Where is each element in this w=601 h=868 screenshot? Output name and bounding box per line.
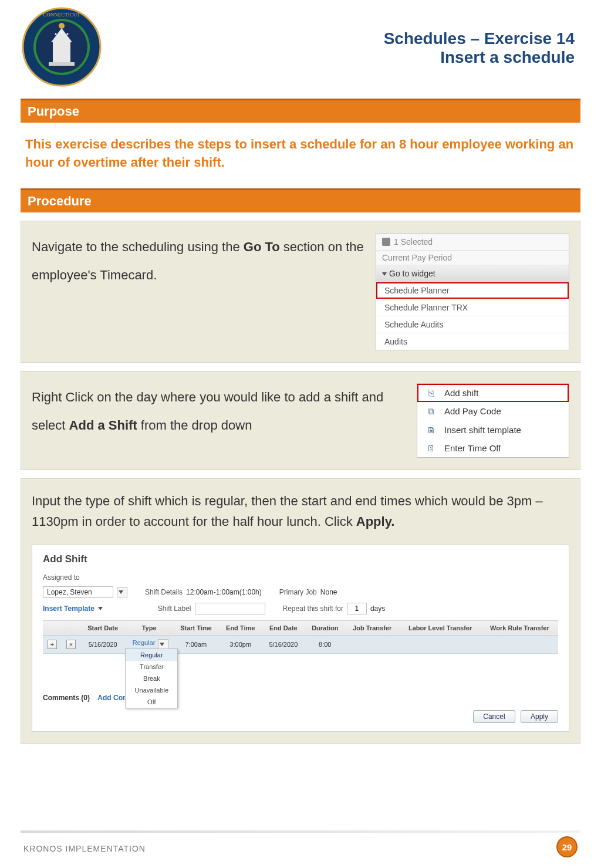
- goto-dropdown-label: Go to widget: [389, 269, 435, 278]
- cell-duration: 8:00: [305, 635, 345, 653]
- shift-details-label: Shift Details: [145, 588, 183, 596]
- col-end-date: End Date: [262, 620, 305, 635]
- cell-start-time[interactable]: 7:00am: [173, 635, 219, 653]
- menu-enter-time-off-label: Enter Time Off: [444, 443, 501, 453]
- type-option-transfer[interactable]: Transfer: [126, 661, 177, 673]
- cell-end-date[interactable]: 5/16/2020: [262, 635, 305, 653]
- cell-start-date[interactable]: 5/16/2020: [80, 635, 125, 653]
- remove-row-button[interactable]: ×: [66, 640, 76, 649]
- goto-dropdown[interactable]: Go to widget: [376, 265, 569, 282]
- step3-panel: Input the type of shift which is regular…: [21, 478, 580, 744]
- add-shift-icon: ⎘: [426, 388, 436, 398]
- assigned-to-select[interactable]: Lopez, Steven: [43, 586, 127, 598]
- cell-labor-level-transfer[interactable]: [399, 635, 481, 653]
- department-logo: CONNECTICUT: [21, 6, 120, 90]
- menu-add-pay-code[interactable]: ⧉ Add Pay Code: [417, 402, 569, 421]
- footer-divider: [21, 830, 580, 833]
- primary-job-value: None: [320, 588, 337, 596]
- table-row: + × 5/16/2020 Regular Regular Transfer B…: [43, 635, 558, 653]
- step1-text: Navigate to the scheduling using the Go …: [32, 233, 364, 290]
- comments-label: Comments (0): [43, 694, 90, 702]
- menu-add-shift-label: Add shift: [444, 388, 478, 398]
- insert-template-link[interactable]: Insert Template: [43, 604, 105, 613]
- insert-template-icon: 🗎: [426, 425, 436, 435]
- svg-rect-4: [53, 42, 70, 62]
- svg-point-9: [55, 33, 56, 35]
- col-start-date: Start Date: [80, 620, 125, 635]
- step3-text-pre: Input the type of shift which is regular…: [32, 494, 543, 529]
- apply-button[interactable]: Apply: [521, 710, 558, 723]
- add-row-button[interactable]: +: [48, 640, 57, 649]
- menu-add-shift[interactable]: ⎘ Add shift: [417, 384, 569, 402]
- cell-job-transfer[interactable]: [345, 635, 399, 653]
- chevron-down-icon: [382, 272, 387, 276]
- goto-item-audits[interactable]: Audits: [376, 333, 569, 350]
- purpose-text: This exercise describes the steps to ins…: [21, 131, 580, 188]
- procedure-section-bar: Procedure: [21, 188, 580, 212]
- step2-text-bold: Add a Shift: [69, 418, 137, 433]
- type-option-break[interactable]: Break: [126, 673, 177, 684]
- add-shift-dialog-title: Add Shift: [43, 553, 558, 565]
- cell-end-time[interactable]: 3:00pm: [219, 635, 262, 653]
- step1-panel: Navigate to the scheduling using the Go …: [21, 221, 580, 363]
- type-dropdown-options: Regular Transfer Break Unavailable Off: [125, 649, 178, 708]
- cancel-button[interactable]: Cancel: [473, 710, 515, 723]
- person-icon: [382, 238, 390, 246]
- svg-point-10: [60, 32, 62, 33]
- col-type: Type: [125, 620, 173, 635]
- repeat-days-suffix: days: [370, 604, 385, 613]
- step2-text-post: from the drop down: [137, 418, 252, 433]
- chevron-down-icon: [98, 607, 103, 610]
- purpose-section-bar: Purpose: [21, 99, 580, 123]
- context-menu: ⎘ Add shift ⧉ Add Pay Code 🗎 Insert shif…: [417, 383, 569, 458]
- menu-insert-shift-template[interactable]: 🗎 Insert shift template: [417, 421, 569, 439]
- page-number: 29: [556, 836, 578, 857]
- time-off-icon: 🗓: [426, 443, 436, 453]
- col-duration: Duration: [305, 620, 345, 635]
- shift-details-value: 12:00am-1:00am(1:00h): [186, 588, 262, 596]
- col-remove: [62, 620, 80, 635]
- col-end-time: End Time: [219, 620, 262, 635]
- goto-widget: 1 Selected Current Pay Period Go to widg…: [376, 233, 569, 350]
- page-title-line2: Insert a schedule: [120, 48, 575, 67]
- shift-table: Start Date Type Start Time End Time End …: [43, 620, 558, 654]
- step3-text-bold: Apply.: [356, 514, 395, 529]
- repeat-days-input[interactable]: [347, 603, 367, 614]
- add-shift-dialog: Add Shift Assigned to Lopez, Steven Shif…: [32, 545, 569, 732]
- step2-text: Right Click on the day where you would l…: [32, 383, 405, 440]
- shift-label-input[interactable]: [195, 603, 265, 614]
- assigned-to-label: Assigned to: [43, 573, 80, 582]
- shift-label-label: Shift Label: [158, 604, 191, 613]
- svg-point-6: [59, 23, 65, 29]
- goto-item-schedule-planner-trx[interactable]: Schedule Planner TRX: [376, 299, 569, 316]
- menu-add-pay-code-label: Add Pay Code: [444, 406, 501, 416]
- primary-job-label: Primary Job: [279, 588, 317, 596]
- step2-panel: Right Click on the day where you would l…: [21, 371, 580, 470]
- add-paycode-icon: ⧉: [426, 406, 436, 417]
- repeat-shift-label: Repeat this shift for: [283, 604, 343, 613]
- menu-enter-time-off[interactable]: 🗓 Enter Time Off: [417, 439, 569, 457]
- footer-text: KRONOS IMPLEMENTATION: [23, 844, 146, 853]
- col-add: [43, 620, 62, 635]
- current-pay-period: Current Pay Period: [376, 251, 569, 265]
- col-job-transfer: Job Transfer: [345, 620, 399, 635]
- type-option-unavailable[interactable]: Unavailable: [126, 684, 177, 696]
- cell-work-rule-transfer[interactable]: [481, 635, 558, 653]
- col-labor-level-transfer: Labor Level Transfer: [399, 620, 481, 635]
- goto-item-schedule-planner[interactable]: Schedule Planner: [376, 282, 569, 299]
- svg-rect-7: [49, 62, 75, 66]
- cell-type[interactable]: Regular Regular Transfer Break Unavailab…: [125, 635, 173, 653]
- svg-point-11: [66, 33, 68, 35]
- col-work-rule-transfer: Work Rule Transfer: [481, 620, 558, 635]
- col-start-time: Start Time: [173, 620, 219, 635]
- header: CONNECTICUT Schedules – Exercise 14 Inse…: [21, 6, 580, 99]
- cell-type-value: Regular: [133, 639, 156, 646]
- chevron-down-icon: [117, 587, 127, 597]
- selection-count: 1 Selected: [376, 234, 569, 251]
- page-title-line1: Schedules – Exercise 14: [120, 29, 575, 48]
- type-option-off[interactable]: Off: [126, 696, 177, 708]
- type-option-regular[interactable]: Regular: [126, 649, 177, 661]
- goto-item-schedule-audits[interactable]: Schedule Audits: [376, 316, 569, 333]
- insert-template-label: Insert Template: [43, 604, 94, 613]
- selection-count-label: 1 Selected: [394, 237, 433, 246]
